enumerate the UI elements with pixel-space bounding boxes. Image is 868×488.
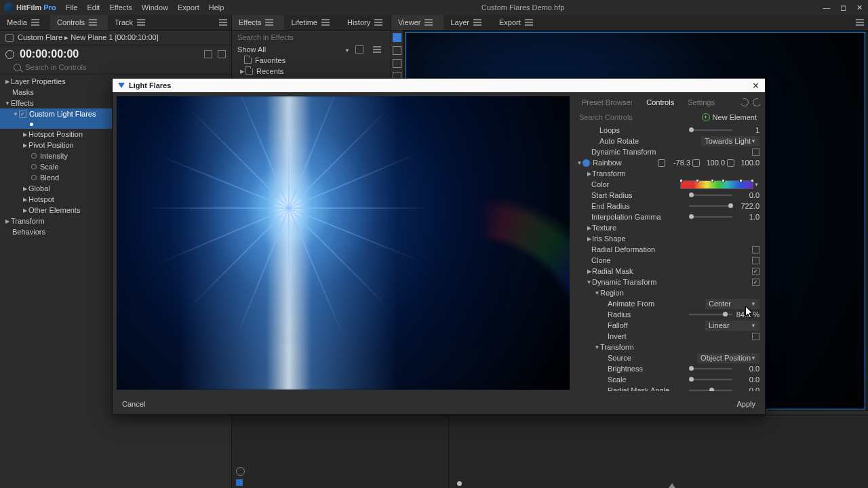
prop-color[interactable]: Color ▼: [575, 179, 760, 190]
falloff-dropdown[interactable]: Linear▼: [705, 321, 760, 331]
effects-search-input[interactable]: [237, 33, 385, 41]
hamburger-icon[interactable]: [374, 19, 382, 26]
prop-radius[interactable]: Radius84.3 %: [575, 309, 760, 320]
prop-texture[interactable]: ▶Texture: [575, 222, 760, 233]
prop-animate-from[interactable]: Animate FromCenter▼: [575, 298, 760, 309]
menu-export[interactable]: Export: [178, 3, 199, 12]
tab-controls[interactable]: Controls: [50, 15, 108, 30]
maximize-icon[interactable]: ◻: [838, 3, 848, 12]
checkbox-icon[interactable]: [752, 148, 760, 156]
hamburger-icon[interactable]: [425, 19, 433, 26]
tab-controls[interactable]: Controls: [639, 98, 681, 106]
prop-transform[interactable]: ▶Transform: [575, 168, 760, 179]
flare-search-input[interactable]: [579, 113, 702, 121]
hamburger-icon[interactable]: [321, 19, 330, 26]
gear-icon[interactable]: [236, 467, 245, 476]
text-tool-icon[interactable]: [393, 59, 401, 68]
tab-viewer[interactable]: Viewer: [391, 15, 443, 30]
scale-icon[interactable]: [692, 159, 700, 167]
prop-radial-mask-angle[interactable]: Radial Mask Angle0.0: [575, 385, 760, 391]
prop-dynamic-transform-top[interactable]: Dynamic Transform: [575, 146, 760, 157]
tab-history[interactable]: History: [340, 15, 393, 30]
checkbox-icon[interactable]: [752, 246, 760, 253]
list-menu-icon[interactable]: [373, 46, 381, 53]
checkbox-icon[interactable]: [752, 257, 760, 264]
panel-menu-icon[interactable]: [219, 19, 227, 26]
prop-radial-deformation[interactable]: Radial Deformation: [575, 244, 760, 255]
timecode[interactable]: 00:00:00:00: [20, 48, 79, 60]
prop-falloff[interactable]: FalloffLinear▼: [575, 320, 760, 331]
source-dropdown[interactable]: Object Position▼: [697, 353, 760, 363]
keyframe-dot-icon[interactable]: [31, 164, 37, 169]
prop-loops[interactable]: Loops1: [575, 125, 760, 136]
hand-tool-icon[interactable]: [393, 46, 401, 55]
prop-invert[interactable]: Invert: [575, 331, 760, 342]
redo-icon[interactable]: [751, 97, 762, 108]
hamburger-icon[interactable]: [265, 19, 273, 26]
keyframe-dot-icon[interactable]: [31, 153, 37, 159]
color-gradient[interactable]: [680, 180, 753, 189]
prop-dynamic-transform[interactable]: ▼Dynamic Transform✓: [575, 277, 760, 287]
panel-menu-icon[interactable]: [856, 19, 864, 26]
hamburger-icon[interactable]: [31, 19, 39, 26]
cancel-button[interactable]: Cancel: [122, 400, 145, 408]
prop-clone[interactable]: Clone: [575, 255, 760, 266]
prop-start-radius[interactable]: Start Radius0.0: [575, 190, 760, 201]
checkbox-icon[interactable]: ✓: [752, 268, 760, 275]
dialog-title-bar[interactable]: Light Flares ✕: [113, 79, 765, 92]
prop-auto-rotate[interactable]: Auto RotateTowards Light▼: [575, 136, 760, 146]
hamburger-icon[interactable]: [473, 19, 481, 26]
timeline-marker[interactable]: [457, 481, 462, 486]
prop-source[interactable]: SourceObject Position▼: [575, 352, 760, 363]
hamburger-icon[interactable]: [525, 19, 533, 26]
timeline-playhead-icon[interactable]: [669, 483, 675, 488]
flare-preview[interactable]: [117, 96, 570, 390]
prop-brightness[interactable]: Brightness0.0: [575, 363, 760, 374]
new-element-button[interactable]: +New Element: [702, 113, 757, 121]
tab-preset-browser[interactable]: Preset Browser: [575, 98, 639, 106]
keyframe-dot-icon[interactable]: [31, 175, 37, 180]
checkbox-icon[interactable]: ✓: [752, 279, 760, 286]
menu-effects[interactable]: Effects: [109, 3, 132, 12]
chevron-down-icon[interactable]: [344, 45, 350, 54]
minimize-icon[interactable]: —: [822, 3, 831, 12]
select-tool-icon[interactable]: [393, 33, 401, 42]
prop-scale[interactable]: Scale0.0: [575, 374, 760, 385]
chevron-down-icon[interactable]: ▼: [753, 182, 760, 188]
tab-media[interactable]: Media: [0, 15, 50, 30]
rotation-icon[interactable]: [658, 159, 665, 167]
prop-interp-gamma[interactable]: Interpolation Gamma1.0: [575, 211, 760, 222]
prop-rainbow[interactable]: ▼Rainbow -78.3 100.0 100.0: [575, 157, 760, 168]
tab-export-panel[interactable]: Export: [492, 15, 544, 30]
tab-track[interactable]: Track: [108, 15, 156, 30]
sort-icon[interactable]: [355, 45, 363, 54]
undo-icon[interactable]: [739, 97, 750, 108]
prop-region[interactable]: ▼Region: [575, 287, 760, 298]
prop-transform2[interactable]: ▼Transform: [575, 342, 760, 352]
menu-file[interactable]: File: [66, 3, 78, 12]
tab-settings[interactable]: Settings: [681, 98, 722, 106]
prop-iris-shape[interactable]: ▶Iris Shape: [575, 233, 760, 244]
fx-favorites[interactable]: Favorites: [232, 55, 391, 66]
animate-from-dropdown[interactable]: Center▼: [705, 299, 760, 309]
prop-radial-mask[interactable]: ▶Radial Mask✓: [575, 266, 760, 277]
checkbox-icon[interactable]: [752, 333, 760, 340]
apply-button[interactable]: Apply: [736, 400, 755, 408]
fx-recents[interactable]: Recents: [232, 66, 391, 77]
hamburger-icon[interactable]: [89, 19, 97, 26]
tab-layer[interactable]: Layer: [443, 15, 492, 30]
opacity-icon[interactable]: [727, 159, 734, 167]
hamburger-icon[interactable]: [137, 19, 145, 26]
checkbox-icon[interactable]: ✓: [19, 110, 26, 118]
tab-lifetime[interactable]: Lifetime: [284, 15, 340, 30]
auto-rotate-dropdown[interactable]: Towards Light▼: [701, 136, 760, 146]
keyframe-prev-icon[interactable]: [204, 50, 212, 58]
visibility-icon[interactable]: [583, 159, 590, 167]
dialog-close-icon[interactable]: ✕: [752, 81, 760, 91]
prop-end-radius[interactable]: End Radius722.0: [575, 201, 760, 211]
controls-search-input[interactable]: [25, 63, 226, 71]
keyframe-next-icon[interactable]: [218, 50, 226, 58]
show-all-label[interactable]: Show All: [237, 45, 266, 54]
menu-edit[interactable]: Edit: [87, 3, 100, 12]
close-icon[interactable]: ✕: [854, 3, 864, 12]
